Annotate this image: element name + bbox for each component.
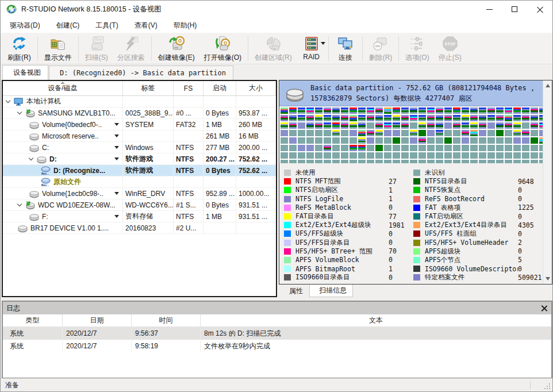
log-column-text[interactable]: 文本 xyxy=(201,314,551,326)
scan-block-map[interactable] xyxy=(279,106,543,163)
device-row[interactable]: WDC WD10EZEX-08W...WD-WCC6Y6...#1 S...0 … xyxy=(3,199,276,211)
row-dropdown-icon[interactable] xyxy=(114,192,119,195)
tab-device-view[interactable]: 设备视图 xyxy=(2,65,48,80)
column-header-boot[interactable]: 启动 xyxy=(203,81,236,95)
scan-block xyxy=(410,137,417,144)
scan-block xyxy=(315,107,322,114)
legend-item: NTFS LogFile1 xyxy=(284,195,413,203)
scan-block xyxy=(393,107,400,114)
show-files-icon xyxy=(49,35,67,52)
scan-block xyxy=(453,122,460,129)
expand-chevron-icon[interactable] xyxy=(6,98,10,102)
device-row[interactable]: C:WindowsNTFS277 MB200.00 ... xyxy=(3,142,276,153)
device-label-cell: WinRE_DRV xyxy=(123,188,174,199)
create-image-button[interactable]: 创建镜像(E) xyxy=(153,34,199,63)
legend-item: NTFS启动扇区1 xyxy=(284,186,413,194)
partition-search-button[interactable]: 分区搜索 xyxy=(113,34,149,63)
scan-block xyxy=(298,152,305,159)
scan-block xyxy=(505,107,512,114)
options-button[interactable]: 选项(O) xyxy=(401,34,433,63)
device-row[interactable]: F:资料存储NTFS1 MB931.51 ... xyxy=(3,211,276,222)
scan-block xyxy=(384,122,391,129)
scan-block xyxy=(427,152,435,159)
expand-chevron-icon[interactable] xyxy=(17,109,22,114)
device-fs-cell: NTFS xyxy=(174,153,203,164)
log-column-time[interactable]: 时间 xyxy=(132,314,201,326)
scan-block xyxy=(358,115,366,121)
expand-chevron-icon[interactable] xyxy=(29,155,33,160)
column-header-label[interactable]: 标签 xyxy=(123,81,174,95)
scan-block xyxy=(358,107,366,114)
resize-grip[interactable] xyxy=(544,383,551,390)
menu-item[interactable]: 创建(C) xyxy=(48,18,88,33)
legend-label: NTFS MFT范围 xyxy=(295,177,389,186)
scan-block xyxy=(427,145,435,151)
device-row[interactable]: 本地计算机 xyxy=(3,96,276,107)
device-row[interactable]: Volume{0bedecf0-..SYSTEMFAT321 MB260 MB xyxy=(3,119,276,130)
raid-button[interactable]: RAID xyxy=(297,34,327,63)
device-name-cell: Rec.原始文件 xyxy=(3,176,123,187)
log-row[interactable]: 系统2020/12/79:58:19文件枚举在9秒内完成 xyxy=(3,340,551,352)
delete-button[interactable]: 删除(R) xyxy=(364,34,397,63)
tab-scan-info[interactable]: 扫描信息 xyxy=(309,285,353,297)
device-fs-cell: NTFS xyxy=(174,211,203,222)
log-column-type[interactable]: 类型 xyxy=(3,314,63,326)
maximize-icon xyxy=(512,6,517,12)
row-dropdown-icon[interactable] xyxy=(114,146,119,149)
refresh-button[interactable]: 刷新(R) xyxy=(3,34,36,63)
device-boot-cell: 1 MB xyxy=(203,119,236,130)
log-column-date[interactable]: 日期 xyxy=(63,314,132,326)
device-row[interactable]: SAMSUNG MZVLB1T0...0025_388B_9...#0 ...0… xyxy=(3,107,276,119)
menu-item[interactable]: 查看(V) xyxy=(126,18,166,33)
row-dropdown-icon[interactable] xyxy=(114,123,119,126)
log-row[interactable]: 系统2020/12/79:56:378m 12s 的 D: 扫描已完成 xyxy=(3,327,551,340)
device-row[interactable]: Rec.D: (Recognize...软件游戏NTFS0 Bytes752.6… xyxy=(3,165,276,176)
scan-block xyxy=(332,152,340,159)
legend-label: NTFS恢复点 xyxy=(425,186,518,194)
menu-item[interactable]: 帮助(H) xyxy=(166,18,205,33)
scan-block xyxy=(332,130,340,136)
device-row[interactable]: Rec.原始文件 xyxy=(3,176,276,188)
delete-icon xyxy=(372,35,389,52)
scan-block xyxy=(462,152,469,159)
row-dropdown-icon[interactable] xyxy=(114,157,119,160)
menu-item[interactable]: 驱动器(D) xyxy=(2,18,48,33)
scan-button[interactable]: 扫描(S) xyxy=(80,34,113,63)
column-header-device[interactable]: 设备/磁盘 xyxy=(3,81,123,95)
connect-button[interactable]: 连接 xyxy=(331,34,360,63)
maximize-button[interactable] xyxy=(502,1,527,18)
scroll-up-icon xyxy=(546,84,550,87)
column-header-size[interactable]: 大小 xyxy=(236,81,276,95)
minimize-button[interactable] xyxy=(477,1,502,18)
dropdown-arrow-icon[interactable] xyxy=(321,42,325,45)
row-dropdown-icon[interactable] xyxy=(114,134,119,137)
tab-partition[interactable]: Rec. D: (Recognized0) -> Basic data part… xyxy=(49,66,233,80)
device-row[interactable]: Volume{1ecb0c98-..WinRE_DRVNTFS952.89 ..… xyxy=(3,188,276,199)
log-type-label: 系统 xyxy=(10,341,24,351)
device-row[interactable]: BR17 DEVICE V1.00 1....20160823#2 U... xyxy=(3,222,276,234)
device-name-cell: Rec.D: (Recognize... xyxy=(3,165,123,176)
scan-block xyxy=(393,137,400,144)
legend-item: HFS/HFS+ BTree+ 范围70 xyxy=(284,247,413,256)
device-row[interactable]: Microsoft reserve..261 MB16 MB xyxy=(3,130,276,142)
menu-item[interactable]: 工具(T) xyxy=(87,18,126,33)
legend-swatch xyxy=(284,196,291,202)
row-dropdown-icon[interactable] xyxy=(114,215,119,218)
column-header-fs[interactable]: FS xyxy=(174,81,203,95)
toolbar-separator xyxy=(151,36,152,61)
stop-button[interactable]: STOP停止(S) xyxy=(434,34,466,63)
show-files-button[interactable]: 显示文件 xyxy=(40,34,76,63)
device-row[interactable]: D:软件游戏NTFS200.27 ...752.62 ... xyxy=(3,153,276,165)
log-close-button[interactable] xyxy=(541,305,548,312)
tab-properties[interactable]: 属性 xyxy=(280,285,309,297)
scan-block xyxy=(436,137,443,144)
open-image-button[interactable]: 打开镜像(O) xyxy=(199,34,246,63)
close-button[interactable] xyxy=(527,1,552,18)
create-region-button[interactable]: 创建区域(R) xyxy=(250,34,297,63)
scan-panel-scrollbar[interactable] xyxy=(543,80,552,284)
partition-search-icon xyxy=(122,35,140,52)
scan-block xyxy=(410,152,417,159)
expand-chevron-icon[interactable] xyxy=(17,201,22,206)
legend-count: 1 xyxy=(389,186,393,194)
scan-block xyxy=(281,152,288,159)
